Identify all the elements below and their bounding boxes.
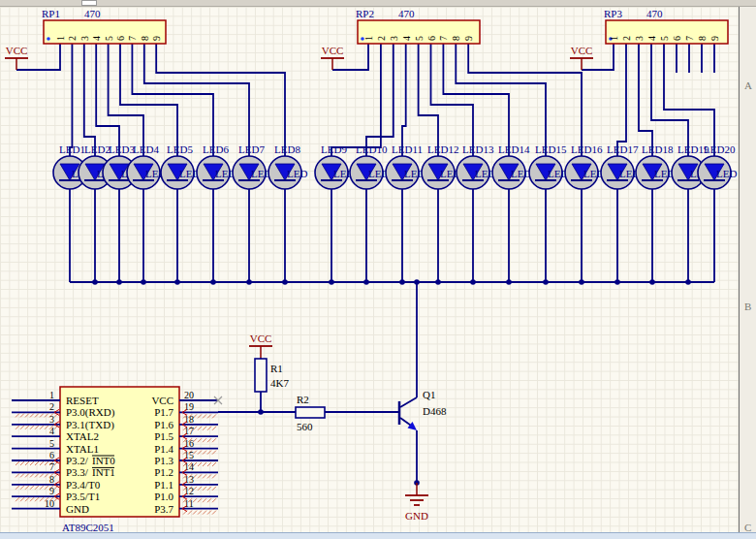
error-hatch-mark (203, 438, 206, 442)
error-hatch-mark (40, 486, 44, 490)
led-led15[interactable]: LED15LED (529, 143, 568, 189)
error-hatch-mark (30, 413, 34, 417)
led-led14[interactable]: LED14LED (492, 143, 531, 189)
resistor-r2[interactable]: R2560 (218, 394, 398, 432)
mcu-pin-label: P1.4 (154, 443, 173, 455)
resistor-value: 560 (297, 421, 313, 432)
error-hatch-mark (35, 497, 39, 501)
error-hatch-mark (25, 413, 29, 417)
error-hatch-mark (212, 414, 216, 418)
mcu-pin-number: 4 (49, 426, 54, 436)
error-hatch-mark (40, 497, 44, 501)
junction-dot (174, 279, 180, 285)
led-led6[interactable]: LED6LED (197, 143, 236, 189)
error-hatch-mark (35, 413, 39, 417)
led-designator-label: LED7 (238, 143, 265, 155)
error-hatch-mark (35, 473, 39, 477)
led-led10[interactable]: LED10LED (350, 143, 389, 189)
led-led8[interactable]: LED8LED (268, 143, 307, 189)
vcc-label: VCC (250, 333, 272, 344)
led-led20[interactable]: LED20LED (698, 143, 737, 189)
rp-pin-number: 9 (463, 36, 474, 41)
vcc-symbol-rp3[interactable]: VCC (570, 45, 593, 70)
resistor-body[interactable] (296, 407, 325, 418)
mcu-pin-number: 20 (184, 390, 194, 400)
rp-pin-number: 9 (709, 36, 720, 41)
led-led11[interactable]: LED11LED (386, 143, 425, 189)
error-hatch-mark (212, 438, 216, 442)
mcu-pin-number: 9 (49, 486, 54, 496)
error-hatch-mark (35, 426, 39, 429)
wire[interactable] (144, 44, 249, 282)
error-hatch-mark (207, 511, 211, 515)
rp-pin-number: 5 (104, 36, 114, 41)
mcu-pin-number: 7 (49, 461, 54, 472)
led-led12[interactable]: LED12LED (422, 143, 460, 189)
resistor-r1[interactable]: R14K7 (255, 358, 289, 415)
error-hatch-mark (207, 427, 211, 430)
mcu-at89c2051[interactable]: AT89C20511RESET2P3.0(RXD)3P3.1(TXD)4XTAL… (12, 387, 222, 533)
error-hatch-mark (45, 461, 48, 465)
resistor-pack-rp1[interactable]: RP1470123456789 (42, 8, 166, 44)
rp-value: 470 (84, 8, 101, 19)
transistor-q1[interactable]: Q1D468 (399, 282, 447, 483)
mcu-pin-label: P1.7 (154, 406, 173, 418)
junction-dot (506, 279, 512, 285)
led-type-label: LED (511, 168, 531, 179)
led-designator-label: LED4 (133, 143, 159, 155)
mcu-pin-label: P3.2/ (66, 455, 89, 466)
rp-pin-number: 3 (79, 36, 90, 41)
resistor-pack-rp2[interactable]: RP2470123456789 (356, 8, 480, 44)
error-hatch-mark (207, 487, 211, 491)
error-hatch-mark (198, 487, 202, 491)
led-led16[interactable]: LED16LED (565, 143, 604, 189)
error-hatch-mark (30, 497, 34, 501)
error-hatch-mark (25, 473, 29, 477)
mcu-pin-label: VCC (151, 395, 173, 406)
led-led5[interactable]: LED5LED (161, 143, 200, 189)
junction-dot (210, 279, 216, 285)
error-hatch-mark (40, 473, 44, 477)
led-led9[interactable]: LED9LED (315, 143, 354, 189)
resistor-body[interactable] (255, 359, 267, 392)
error-hatch-mark (203, 487, 206, 491)
led-designator-label: LED9 (321, 143, 347, 155)
gnd-symbol[interactable]: GND (405, 480, 428, 522)
vcc-symbol-rp1[interactable]: VCC (5, 45, 28, 70)
rp-pin-number: 3 (389, 36, 399, 41)
error-hatch-mark (207, 474, 211, 478)
rp-designator: RP1 (42, 8, 60, 19)
led-led17[interactable]: LED17LED (601, 143, 640, 189)
error-hatch-mark (20, 413, 24, 417)
vcc-symbol-r1[interactable]: VCC (249, 333, 272, 358)
mcu-pin-label-overline: INT0 (92, 455, 115, 466)
led-designator-label: LED20 (704, 143, 736, 155)
led-designator-label: LED2 (84, 143, 110, 155)
error-hatch-mark (207, 451, 211, 455)
rp-pin-number: 8 (140, 36, 150, 41)
led-designator-label: LED16 (571, 143, 603, 155)
resistor-pack-rp3[interactable]: RP3470123456789 (604, 8, 728, 44)
error-hatch-mark (198, 438, 202, 442)
rp-pin-number: 6 (426, 36, 437, 41)
error-hatch-mark (198, 427, 202, 430)
error-hatch-mark (198, 462, 202, 466)
led-type-label: LED (287, 168, 307, 179)
wire[interactable] (400, 397, 417, 407)
led-led4[interactable]: LED4LED (127, 143, 166, 189)
led-designator-label: LED15 (535, 143, 567, 155)
error-hatch-mark (35, 486, 39, 490)
rp-pin-number: 8 (451, 36, 461, 41)
vcc-symbol-rp2[interactable]: VCC (321, 45, 344, 70)
mcu-pin-label: P3.1(TXD) (66, 419, 114, 431)
transistor-value: D468 (423, 405, 447, 417)
led-led18[interactable]: LED18LED (636, 143, 675, 189)
junction-dot (246, 279, 252, 285)
vcc-label: VCC (322, 45, 344, 56)
error-hatch-mark (212, 487, 216, 491)
led-led7[interactable]: LED7LED (233, 143, 271, 189)
error-hatch-mark (198, 498, 202, 502)
junction-dot (399, 279, 405, 285)
led-led13[interactable]: LED13LED (457, 143, 495, 189)
rp-pin-number: 1 (609, 36, 619, 41)
